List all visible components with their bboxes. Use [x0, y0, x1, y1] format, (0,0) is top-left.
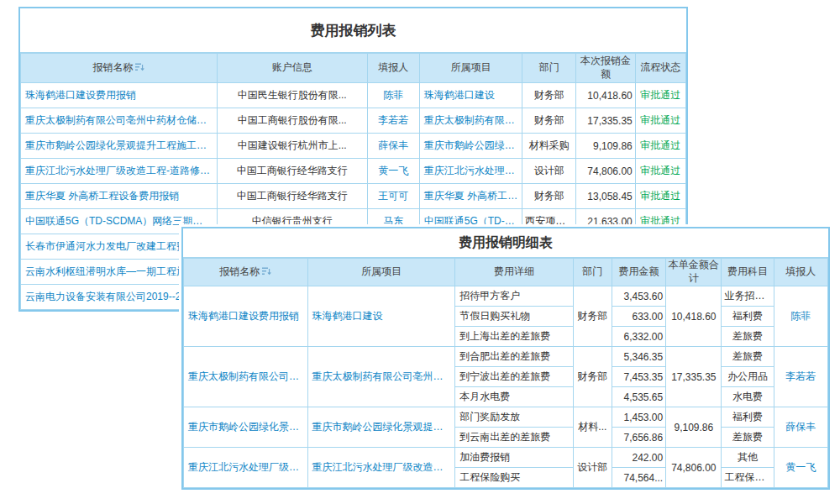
amount-cell: 17,335.35 [576, 108, 635, 134]
table-row: 重庆太极制药有限公司亳州中药材仓储物流基地项... 中国工商银行股份有限... … [21, 108, 686, 134]
category-cell: 工程保险费 [722, 468, 774, 488]
dept-cell: 财务部 [522, 184, 576, 209]
col-header-filler: 填报人 [774, 259, 827, 286]
project-link[interactable]: 珠海鹤港口建设 [307, 286, 455, 347]
project-link[interactable]: 重庆江北污水处理厂级改造工... [419, 159, 522, 184]
table-row: 重庆市鹅岭公园绿化景观提升工程施工费用报销 中国建设银行杭州市上... 薛保丰 … [21, 134, 686, 159]
col-header-name: 报销名称 [21, 54, 218, 83]
header-row: 报销名称 账户信息 填报人 所属项目 部门 本次报销金额 流程状态 [21, 54, 686, 83]
expense-detail-cell: 到云南出差的差旅费 [455, 428, 574, 448]
reimburse-name-link[interactable]: 珠海鹤港口建设费用报销 [184, 286, 308, 347]
category-cell: 福利费 [722, 407, 774, 428]
project-link[interactable]: 重庆华夏 外高桥工程设备 [419, 184, 522, 209]
col-header-detail: 费用详细 [455, 259, 574, 286]
header-row: 报销名称 所属项目 费用详细 部门 费用金额 本单金额合计 费用科目 填报人 [184, 259, 828, 286]
filler-link[interactable]: 王可可 [367, 184, 419, 209]
dept-cell: 财务部 [573, 347, 612, 407]
amount-cell: 5,346.35 [612, 347, 665, 367]
reimburse-name-link[interactable]: 重庆华夏 外高桥工程设备费用报销 [21, 184, 218, 209]
amount-cell: 6,332.00 [612, 327, 665, 347]
filler-link[interactable]: 黄一飞 [774, 448, 827, 488]
dept-cell: 材料... [573, 407, 612, 448]
col-header-amount: 本次报销金额 [576, 54, 635, 83]
project-link[interactable]: 重庆江北污水处理厂级改造工程-道路修复工... [307, 448, 455, 488]
sort-icon[interactable] [135, 62, 144, 76]
total-amount-cell: 74,806.00 [666, 448, 722, 488]
project-link[interactable]: 重庆市鹅岭公园绿化景观提升工程施工 [307, 407, 455, 448]
status-badge[interactable]: 审批通过 [635, 83, 685, 108]
project-link[interactable]: 重庆太极制药有限公司亳州中... [419, 108, 522, 134]
table-row: 重庆华夏 外高桥工程设备费用报销 中国工商银行经华路支行 王可可 重庆华夏 外高… [21, 184, 686, 209]
expense-detail-cell: 工程保险购买 [455, 468, 574, 488]
detail-page-title: 费用报销明细表 [183, 228, 828, 258]
sort-icon[interactable] [262, 266, 271, 280]
reimburse-name-link[interactable]: 重庆市鹅岭公园绿化景观提升工... [184, 407, 308, 448]
expense-detail-cell: 到宁波出差的差旅费 [455, 367, 574, 387]
amount-cell: 7,453.35 [612, 367, 665, 387]
project-link[interactable]: 重庆太极制药有限公司亳州中药材仓储物流... [307, 347, 455, 407]
col-header-dept: 部门 [522, 54, 576, 83]
filler-link[interactable]: 李若若 [367, 108, 419, 134]
expense-detail-cell: 到合肥出差的差旅费 [455, 347, 574, 367]
col-header-status: 流程状态 [635, 54, 685, 83]
amount-cell: 4,535.65 [612, 387, 665, 407]
amount-cell: 633.00 [612, 307, 665, 327]
reimburse-name-link[interactable]: 重庆江北污水处理厂级改造工程-道路修复工程费用... [21, 159, 218, 184]
expense-detail-cell: 本月水电费 [455, 387, 574, 407]
table-row: 重庆市鹅岭公园绿化景观提升工... 重庆市鹅岭公园绿化景观提升工程施工 部门奖励… [184, 407, 828, 428]
reimburse-name-link[interactable]: 珠海鹤港口建设费用报销 [21, 83, 218, 108]
col-header-category: 费用科目 [722, 259, 774, 286]
dept-cell: 财务部 [522, 83, 576, 108]
table-row: 珠海鹤港口建设费用报销 中国民生银行股份有限... 陈菲 珠海鹤港口建设 财务部… [21, 83, 686, 108]
expense-detail-cell: 节假日购买礼物 [455, 307, 574, 327]
reimburse-name-link[interactable]: 重庆市鹅岭公园绿化景观提升工程施工费用报销 [21, 134, 218, 159]
expense-detail-panel: 费用报销明细表 报销名称 所属项目 费用详细 部门 费用金额 本单金额合计 费用… [181, 227, 830, 490]
expense-detail-cell: 招待甲方客户 [455, 286, 574, 307]
dept-cell: 财务部 [522, 108, 576, 134]
filler-link[interactable]: 李若若 [774, 347, 827, 407]
amount-cell: 13,058.45 [576, 184, 635, 209]
total-amount-cell: 10,418.60 [666, 286, 722, 347]
expense-detail-cell: 到上海出差的差旅费 [455, 327, 574, 347]
col-header-total: 本单金额合计 [666, 259, 722, 286]
reimburse-name-link[interactable]: 重庆太极制药有限公司亳州中药... [184, 347, 308, 407]
total-amount-cell: 9,109.86 [666, 407, 722, 448]
account-cell: 中国工商银行经华路支行 [217, 159, 367, 184]
status-badge[interactable]: 审批通过 [635, 134, 685, 159]
reimburse-name-link[interactable]: 重庆江北污水处理厂级改造工程-... [184, 448, 308, 488]
project-link[interactable]: 重庆市鹅岭公园绿化景观提升... [419, 134, 522, 159]
category-cell: 福利费 [722, 307, 774, 327]
table-row: 珠海鹤港口建设费用报销 珠海鹤港口建设 招待甲方客户 财务部 3,453.60 … [184, 286, 828, 307]
status-badge[interactable]: 审批通过 [635, 184, 685, 209]
filler-link[interactable]: 薛保丰 [367, 134, 419, 159]
amount-cell: 74,564... [612, 468, 665, 488]
category-cell: 其他 [722, 448, 774, 468]
filler-link[interactable]: 陈菲 [774, 286, 827, 347]
category-cell: 水电费 [722, 387, 774, 407]
col-header-account: 账户信息 [217, 54, 367, 83]
amount-cell: 7,656.86 [612, 428, 665, 448]
amount-cell: 1,453.00 [612, 407, 665, 428]
account-cell: 中国民生银行股份有限... [217, 83, 367, 108]
col-header-amount: 费用金额 [612, 259, 665, 286]
filler-link[interactable]: 陈菲 [367, 83, 419, 108]
status-badge[interactable]: 审批通过 [635, 108, 685, 134]
dept-cell: 材料采购 [522, 134, 576, 159]
table-row: 重庆江北污水处理厂级改造工程-... 重庆江北污水处理厂级改造工程-道路修复工.… [184, 448, 828, 468]
dept-cell: 设计部 [522, 159, 576, 184]
table-row: 重庆江北污水处理厂级改造工程-道路修复工程费用... 中国工商银行经华路支行 黄… [21, 159, 686, 184]
expense-detail-cell: 加油费报销 [455, 448, 574, 468]
col-header-dept: 部门 [573, 259, 612, 286]
category-cell: 差旅费 [722, 327, 774, 347]
total-amount-cell: 17,335.35 [666, 347, 722, 407]
project-link[interactable]: 珠海鹤港口建设 [419, 83, 522, 108]
status-badge[interactable]: 审批通过 [635, 159, 685, 184]
filler-link[interactable]: 薛保丰 [774, 407, 827, 448]
account-cell: 中国工商银行股份有限... [217, 108, 367, 134]
category-cell: 差旅费 [722, 347, 774, 367]
reimburse-name-link[interactable]: 重庆太极制药有限公司亳州中药材仓储物流基地项... [21, 108, 218, 134]
account-cell: 中国建设银行杭州市上... [217, 134, 367, 159]
expense-detail-cell: 部门奖励发放 [455, 407, 574, 428]
filler-link[interactable]: 黄一飞 [367, 159, 419, 184]
category-cell: 业务招待费 [722, 286, 774, 307]
